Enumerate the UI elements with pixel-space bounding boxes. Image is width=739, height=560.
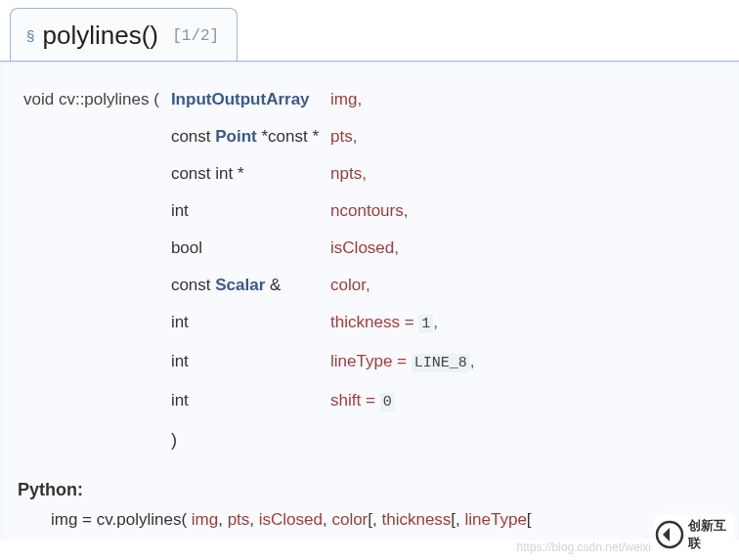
type-text: int: [171, 391, 189, 409]
type-link[interactable]: Scalar: [215, 276, 265, 294]
type-link[interactable]: InputOutputArray: [171, 90, 310, 108]
param-row: int lineType = LINE_8,: [18, 347, 481, 378]
section-link-icon[interactable]: §: [26, 27, 34, 44]
param-row: int ncontours,: [18, 196, 481, 226]
param-name: lineType =: [330, 352, 412, 370]
watermark-brand: 创新互联: [688, 517, 733, 552]
param-name: ncontours: [330, 201, 404, 220]
overload-counter: [1/2]: [172, 27, 219, 45]
param-row: int shift = 0: [18, 386, 481, 417]
param-row: int thickness = 1,: [18, 308, 481, 339]
type-text: const int *: [171, 164, 244, 183]
param-name: npts: [330, 164, 362, 183]
python-heading: Python:: [18, 480, 739, 500]
default-literal: 0: [380, 393, 395, 411]
param-name: img: [330, 90, 357, 108]
python-signature: img = cv.polylines( img, pts, isClosed, …: [51, 510, 739, 530]
type-text: bool: [171, 238, 202, 257]
default-literal: 1: [418, 315, 433, 333]
type-text: int: [171, 352, 189, 370]
param-name: isClosed: [330, 238, 394, 257]
signature-table: void cv::polylines ( InputOutputArray im…: [18, 77, 481, 462]
function-tab: § polylines() [1/2]: [10, 8, 238, 61]
return-and-qualifier: void cv::polylines (: [23, 90, 159, 108]
type-text: int: [171, 313, 189, 331]
close-paren: ): [165, 425, 325, 454]
param-row: const Point *const * pts,: [18, 122, 481, 151]
param-name: color: [330, 276, 366, 294]
watermark-url: https://blog.csdn.net/weixi: [517, 540, 651, 554]
param-row: const int * npts,: [18, 159, 481, 189]
param-name: pts: [330, 127, 353, 146]
type-text: int: [171, 201, 189, 220]
default-literal[interactable]: LINE_8: [412, 354, 470, 372]
function-name: polylines(): [43, 21, 159, 50]
param-row: const Scalar & color,: [18, 271, 481, 300]
param-row: bool isClosed,: [18, 234, 481, 263]
close-paren-row: ): [18, 425, 481, 454]
watermark-logo: 创新互联: [655, 515, 733, 554]
documentation-body: void cv::polylines ( InputOutputArray im…: [0, 61, 739, 539]
param-name: shift =: [330, 391, 380, 409]
type-link[interactable]: Point: [215, 127, 257, 146]
param-row: void cv::polylines ( InputOutputArray im…: [18, 85, 481, 114]
param-name: thickness =: [330, 313, 418, 331]
